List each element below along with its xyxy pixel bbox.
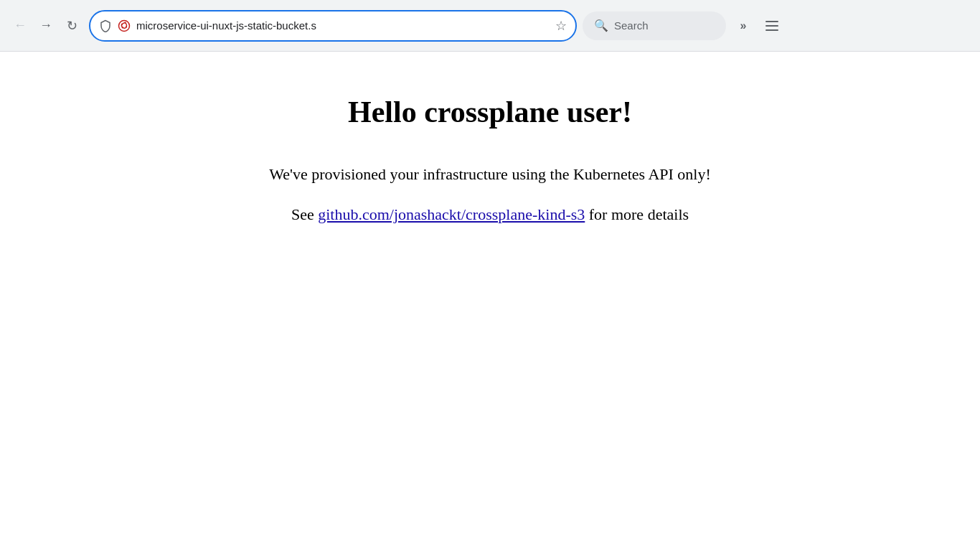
hamburger-menu-icon (765, 21, 778, 31)
star-icon: ☆ (555, 18, 567, 34)
browser-toolbar: ← → ↻ microser (0, 0, 980, 52)
page-heading: Hello crossplane user! (348, 95, 632, 129)
svg-point-0 (119, 20, 130, 31)
back-icon: ← (14, 18, 27, 33)
shield-icon (99, 19, 112, 32)
forward-button[interactable]: → (34, 14, 57, 37)
chevrons-right-icon: » (740, 19, 747, 32)
back-button[interactable]: ← (9, 14, 32, 37)
url-display: microservice-ui-nuxt-js-static-bucket.s (136, 19, 550, 32)
link-prefix: See (291, 205, 318, 223)
reload-icon: ↻ (67, 18, 77, 34)
nav-buttons: ← → ↻ (9, 14, 83, 37)
search-label: Search (614, 19, 649, 32)
github-link[interactable]: github.com/jonashackt/crossplane-kind-s3 (318, 205, 585, 223)
bookmark-button[interactable]: ☆ (555, 18, 567, 34)
reload-button[interactable]: ↻ (60, 14, 83, 37)
search-icon: 🔍 (594, 19, 608, 32)
forward-icon: → (39, 18, 52, 33)
link-line: See github.com/jonashackt/crossplane-kin… (291, 205, 689, 224)
page-content: Hello crossplane user! We've provisioned… (0, 52, 980, 537)
subtext: We've provisioned your infrastructure us… (269, 165, 711, 184)
search-bar[interactable]: 🔍 Search (583, 11, 726, 40)
extensions-button[interactable]: » (732, 14, 755, 37)
address-bar[interactable]: microservice-ui-nuxt-js-static-bucket.s … (89, 10, 577, 42)
menu-button[interactable] (760, 14, 783, 37)
cookie-icon (118, 19, 131, 32)
link-suffix: for more details (585, 205, 689, 223)
